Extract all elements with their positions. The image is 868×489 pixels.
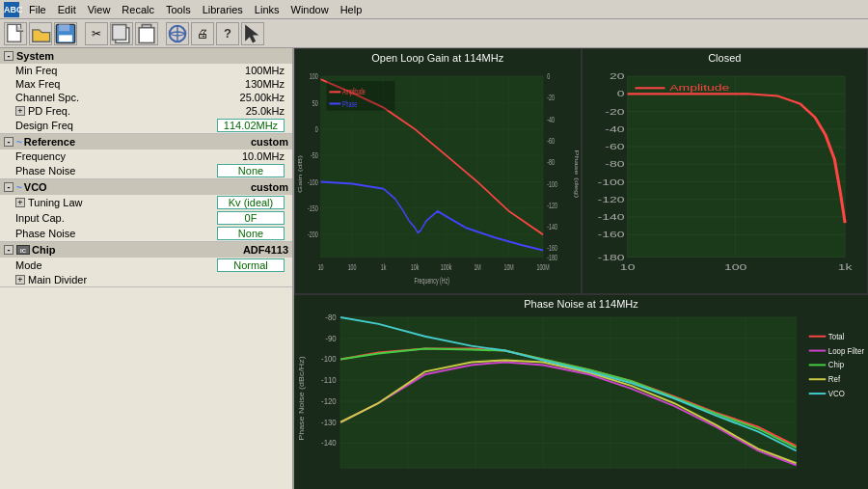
system-expand[interactable]: - [4, 51, 14, 61]
chip-icon: IC [16, 245, 30, 255]
svg-text:Gain (dB): Gain (dB) [297, 154, 303, 193]
pd-freq-expand[interactable]: + [15, 106, 25, 116]
svg-text:VCO: VCO [828, 389, 845, 399]
design-freq-row: Design Freq 114.02MHz [0, 118, 292, 133]
chip-header[interactable]: - IC Chip ADF4113 [0, 242, 292, 258]
new-button[interactable] [4, 22, 27, 45]
menu-file[interactable]: File [23, 3, 52, 16]
menu-help[interactable]: Help [335, 3, 368, 16]
reference-label: Reference [24, 136, 75, 148]
svg-text:Frequency (Hz): Frequency (Hz) [415, 275, 450, 285]
channel-spc-row: Channel Spc. 25.00kHz [0, 91, 292, 104]
phase-noise-chart: Phase Noise at 114MHz [294, 294, 868, 489]
svg-text:-120: -120 [597, 194, 624, 204]
network-button[interactable] [166, 22, 189, 45]
svg-text:-40: -40 [605, 123, 625, 134]
svg-text:20: 20 [609, 71, 624, 82]
min-freq-value: 100MHz [245, 65, 285, 76]
ref-frequency-value: 10.0MHz [242, 150, 285, 162]
menu-window[interactable]: Window [285, 3, 335, 16]
cursor-button[interactable] [241, 22, 264, 45]
pd-freq-label: PD Freq. [28, 105, 246, 117]
svg-text:-90: -90 [325, 333, 337, 343]
svg-text:Chip: Chip [828, 360, 844, 370]
main-content: - System Min Freq 100MHz Max Freq 130MHz… [0, 48, 868, 489]
svg-text:Ref: Ref [828, 374, 841, 385]
reference-value: custom [251, 136, 288, 148]
svg-text:-60: -60 [547, 135, 555, 146]
pd-freq-value: 25.0kHz [246, 105, 285, 117]
menu-view[interactable]: View [82, 3, 117, 16]
vco-phase-noise-value[interactable]: None [217, 227, 285, 240]
max-freq-label: Max Freq [15, 78, 245, 90]
svg-text:100M: 100M [536, 261, 549, 272]
menu-libraries[interactable]: Libraries [197, 3, 249, 16]
menu-tools[interactable]: Tools [160, 3, 197, 16]
phase-noise-svg: -80 -90 -100 -110 -120 -130 -140 [294, 312, 868, 489]
cut-button[interactable]: ✂ [85, 22, 108, 45]
menu-edit[interactable]: Edit [52, 3, 82, 16]
print-button[interactable]: 🖨 [191, 22, 214, 45]
closed-loop-chart: Closed [582, 48, 869, 294]
svg-text:Amplitude: Amplitude [669, 83, 730, 94]
ref-frequency-label: Frequency [15, 150, 242, 162]
input-cap-row: Input Cap. 0F [0, 210, 292, 226]
svg-rect-5 [113, 24, 126, 40]
system-section: - System Min Freq 100MHz Max Freq 130MHz… [0, 48, 292, 134]
save-button[interactable] [54, 22, 77, 45]
open-button[interactable] [29, 22, 52, 45]
menu-recalc[interactable]: Recalc [116, 3, 160, 16]
wave-icon-ref: ~ [16, 137, 22, 148]
help-button[interactable]: ? [216, 22, 239, 45]
tuning-law-label: Tuning Law [28, 197, 217, 208]
svg-text:50: 50 [312, 97, 318, 108]
svg-rect-94 [340, 317, 797, 468]
system-header[interactable]: - System [0, 48, 292, 64]
svg-text:1k: 1k [837, 261, 852, 272]
menu-links[interactable]: Links [249, 3, 285, 16]
ref-phase-noise-value[interactable]: None [217, 164, 285, 177]
vco-label: VCO [24, 181, 47, 193]
svg-text:-140: -140 [547, 222, 557, 232]
chip-expand[interactable]: - [4, 245, 14, 255]
svg-text:Loop Filter: Loop Filter [828, 345, 864, 356]
svg-text:Total: Total [828, 331, 845, 341]
open-loop-svg: 100 50 0 -50 -100 -150 -200 0 -20 -40 -6… [295, 67, 581, 291]
input-cap-value[interactable]: 0F [217, 211, 285, 225]
pd-freq-row: + PD Freq. 25.0kHz [0, 104, 292, 118]
svg-text:0: 0 [315, 123, 318, 134]
reference-header[interactable]: - ~ Reference custom [0, 134, 292, 149]
svg-text:100: 100 [310, 71, 318, 82]
vco-phase-noise-label: Phase Noise [15, 228, 217, 239]
svg-rect-62 [627, 76, 845, 257]
design-freq-label: Design Freq [15, 120, 217, 131]
svg-text:Phase: Phase [342, 98, 357, 109]
tuning-law-expand[interactable]: + [15, 198, 25, 207]
svg-text:100k: 100k [441, 261, 452, 272]
paste-button[interactable] [135, 22, 158, 45]
main-divider-expand[interactable]: + [15, 275, 25, 285]
copy-button[interactable] [110, 22, 133, 45]
main-divider-row: + Main Divider [0, 273, 292, 286]
svg-text:-20: -20 [547, 93, 555, 103]
system-label: System [16, 50, 54, 62]
design-freq-value[interactable]: 114.02MHz [217, 119, 285, 132]
svg-text:-50: -50 [311, 150, 318, 161]
svg-text:-80: -80 [605, 159, 625, 170]
app-icon: ABC [4, 2, 19, 17]
svg-text:-130: -130 [321, 417, 337, 427]
phase-noise-title: Phase Noise at 114MHz [294, 295, 868, 312]
vco-header[interactable]: - ~ VCO custom [0, 179, 292, 195]
svg-text:-120: -120 [547, 200, 557, 210]
vco-section: - ~ VCO custom + Tuning Law Kv (ideal) I… [0, 179, 292, 242]
open-loop-title: Open Loop Gain at 114MHz [295, 49, 581, 67]
vco-expand[interactable]: - [4, 182, 14, 192]
tuning-law-value[interactable]: Kv (ideal) [217, 196, 285, 209]
chip-section: - IC Chip ADF4113 Mode Normal + Main Div… [0, 242, 292, 287]
channel-spc-label: Channel Spc. [15, 92, 240, 103]
reference-expand[interactable]: - [4, 137, 14, 147]
min-freq-label: Min Freq [15, 65, 245, 76]
svg-text:-150: -150 [308, 203, 318, 213]
reference-section: - ~ Reference custom Frequency 10.0MHz P… [0, 134, 292, 179]
mode-value[interactable]: Normal [217, 258, 285, 272]
